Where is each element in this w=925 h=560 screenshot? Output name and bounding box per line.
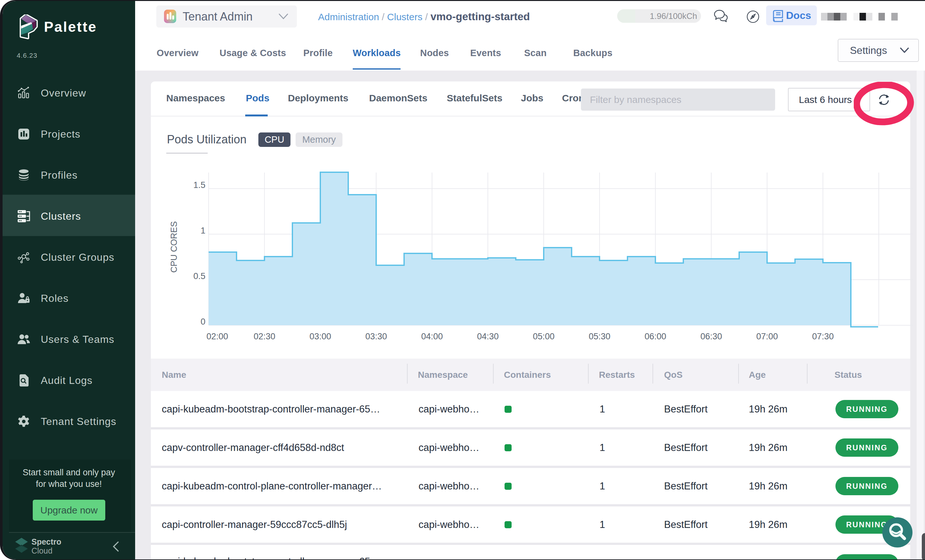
svg-text:07:30: 07:30 (812, 332, 834, 341)
svg-text:06:30: 06:30 (701, 332, 722, 341)
svg-text:05:30: 05:30 (589, 332, 610, 341)
svg-text:0.5: 0.5 (193, 271, 205, 281)
svg-text:04:00: 04:00 (421, 332, 443, 341)
svg-text:07:00: 07:00 (756, 332, 778, 341)
svg-text:02:00: 02:00 (206, 332, 228, 341)
svg-text:05:00: 05:00 (533, 332, 554, 341)
svg-text:0: 0 (200, 317, 205, 326)
svg-text:06:00: 06:00 (645, 332, 666, 341)
svg-text:1: 1 (200, 226, 205, 236)
svg-text:04:30: 04:30 (477, 332, 499, 341)
svg-text:03:00: 03:00 (309, 332, 331, 341)
svg-text:1.5: 1.5 (193, 180, 205, 190)
svg-text:02:30: 02:30 (253, 332, 276, 341)
svg-text:03:30: 03:30 (365, 332, 387, 341)
svg-text:CPU CORES: CPU CORES (169, 221, 179, 273)
